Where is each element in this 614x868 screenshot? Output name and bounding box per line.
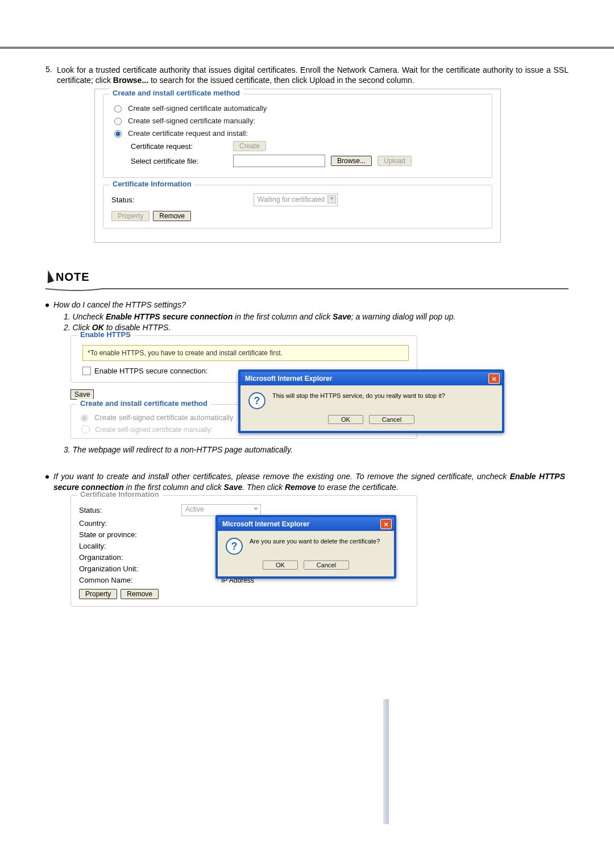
create-method-legend: Create and install certificate method	[109, 89, 243, 97]
step5-row: 5. Look for a trusted certificate author…	[45, 65, 569, 85]
status-row: Status: Waiting for certificated	[111, 193, 484, 206]
cert-info-legend: Certificate Information	[109, 180, 195, 188]
cert-info-figure: Certificate Information Status: Active C…	[70, 495, 417, 607]
q2-m2: . Then click	[242, 483, 285, 492]
close-icon[interactable]: ×	[380, 519, 392, 529]
dialog-titlebar[interactable]: Microsoft Internet Explorer ×	[240, 372, 502, 385]
cert-method-panel: Create and install certificate method Cr…	[94, 89, 501, 243]
enable-https-legend: Enable HTTPS	[77, 330, 134, 339]
upload-button[interactable]: Upload	[377, 156, 412, 166]
property-button2[interactable]: Property	[79, 589, 117, 599]
status-select[interactable]: Waiting for certificated	[254, 193, 338, 206]
state-label: State or province:	[79, 530, 181, 539]
dialog2-titlebar[interactable]: Microsoft Internet Explorer ×	[218, 517, 394, 531]
q1s1-pre: 1. Uncheck	[64, 312, 106, 321]
cert-request-row: Certificate request: Create	[131, 141, 484, 151]
note-header: NOTE	[45, 270, 569, 284]
bullet-q1: How do I cancel the HTTPS settings?	[45, 300, 565, 310]
q2-b2: Save	[224, 483, 243, 492]
dialog-msg: This will stop the HTTPS service, do you…	[272, 392, 445, 399]
cert-info-legend2: Certificate Information	[77, 490, 163, 499]
save-button[interactable]: Save	[70, 389, 94, 400]
radio-request-label: Create certificate request and install:	[128, 129, 248, 138]
dialog-buttons: OK Cancel	[240, 415, 502, 431]
select-file-row: Select certificate file: Browse... Uploa…	[131, 155, 484, 167]
dialog2-title: Microsoft Internet Explorer	[222, 520, 309, 528]
chevron-down-icon	[330, 197, 334, 200]
enable-https-figure: Enable HTTPS *To enable HTTPS, you have …	[70, 335, 503, 439]
cancel-button2[interactable]: Cancel	[304, 560, 349, 570]
confirm-delete-dialog: Microsoft Internet Explorer × ? Are you …	[215, 515, 396, 579]
note-label: NOTE	[56, 271, 90, 284]
cert-request-label: Certificate request:	[131, 142, 227, 151]
radio-cut-icon	[81, 425, 90, 434]
create-method-fieldset: Create and install certificate method Cr…	[103, 94, 492, 178]
q2-suf: to erase the certificate.	[316, 483, 399, 492]
question-icon: ?	[248, 392, 265, 409]
status-row2: Status: Active	[79, 504, 409, 516]
radio-auto-input[interactable]	[114, 105, 122, 113]
https-hint: *To enable HTTPS, you have to create and…	[82, 345, 409, 361]
create-button[interactable]: Create	[233, 141, 266, 151]
locality-label: Locality:	[79, 542, 181, 550]
radio-cut-label: Create self-signed certificate manually:	[95, 426, 213, 434]
q1s1-b1: Enable HTTPS secure connection	[106, 312, 233, 321]
browse-button[interactable]: Browse...	[331, 156, 372, 166]
cert-btn-row: Property Remove	[111, 211, 484, 221]
remove-button2[interactable]: Remove	[121, 589, 159, 599]
select-file-label: Select certificate file:	[131, 157, 227, 165]
remove-button[interactable]: Remove	[153, 211, 191, 221]
radio-request[interactable]: Create certificate request and install:	[111, 128, 484, 138]
status-label: Status:	[111, 196, 242, 204]
orgunit-label: Organization Unit:	[79, 564, 181, 573]
close-icon[interactable]: ×	[488, 373, 500, 384]
property-button[interactable]: Property	[111, 211, 150, 221]
dialog-title: Microsoft Internet Explorer	[245, 375, 332, 383]
bullet-icon	[45, 475, 49, 479]
dialog2-body: ? Are you sure you want to delete the ce…	[218, 531, 394, 560]
decorative-shadow	[383, 699, 389, 824]
status-value2: Active	[185, 505, 204, 513]
confirm-stop-dialog: Microsoft Internet Explorer × ? This wil…	[238, 369, 504, 433]
pen-icon	[44, 269, 54, 284]
question-icon: ?	[226, 538, 243, 555]
radio-manual-input[interactable]	[114, 118, 122, 125]
q1s1-suf: ; a warning dialog will pop up.	[351, 312, 456, 321]
radio-auto[interactable]: Create self-signed certificate automatic…	[111, 103, 484, 113]
cert-btn-row2: Property Remove	[79, 589, 409, 599]
radio-manual[interactable]: Create self-signed certificate manually:	[111, 116, 484, 125]
cert-info-fieldset: Certificate Information Status: Waiting …	[103, 185, 492, 229]
q1-step3: 3. The webpage will redirect to a non-HT…	[64, 445, 565, 455]
country-label: Country:	[79, 519, 181, 528]
q1-step2: 2. Click OK to disable HTTPS.	[64, 322, 565, 333]
radio-auto2-label: Create self-signed certificate automatic…	[94, 413, 233, 422]
ok-button[interactable]: OK	[328, 415, 363, 424]
cancel-button[interactable]: Cancel	[369, 415, 414, 424]
dialog-body: ? This will stop the HTTPS service, do y…	[240, 385, 502, 415]
q1s1-b2: Save	[333, 312, 351, 321]
step5-number: 5.	[45, 65, 57, 85]
q1-step1: 1. Uncheck Enable HTTPS secure connectio…	[64, 312, 565, 322]
file-path-input[interactable]	[233, 155, 325, 167]
common-label: Common Name:	[79, 576, 181, 584]
step5-text: Look for a trusted certificate authority…	[57, 65, 569, 85]
radio-auto-label: Create self-signed certificate automatic…	[128, 104, 267, 113]
q2-pre: If you want to create and install other …	[53, 472, 510, 481]
q2-b3: Remove	[285, 483, 316, 492]
create-method-legend2: Create and install certificate method	[77, 399, 211, 408]
radio-auto2-input	[81, 414, 88, 422]
checkbox-icon[interactable]	[82, 367, 91, 375]
radio-manual-label: Create self-signed certificate manually:	[128, 117, 255, 125]
step5-suffix: to search for the issued certificate, th…	[148, 76, 414, 85]
q1s1-mid: in the first column and click	[233, 312, 333, 321]
status-select2[interactable]: Active	[181, 504, 261, 516]
org-label: Organization:	[79, 553, 181, 562]
radio-request-input[interactable]	[114, 130, 122, 138]
enable-checkbox-label: Enable HTTPS secure connection:	[94, 367, 208, 375]
status-label2: Status:	[79, 506, 181, 514]
status-value: Waiting for certificated	[258, 196, 325, 203]
ok-button2[interactable]: OK	[263, 560, 298, 570]
step5-browse-bold: Browse...	[113, 76, 148, 85]
note-underline	[45, 285, 569, 294]
dialog2-msg: Are you sure you want to delete the cert…	[250, 538, 380, 545]
